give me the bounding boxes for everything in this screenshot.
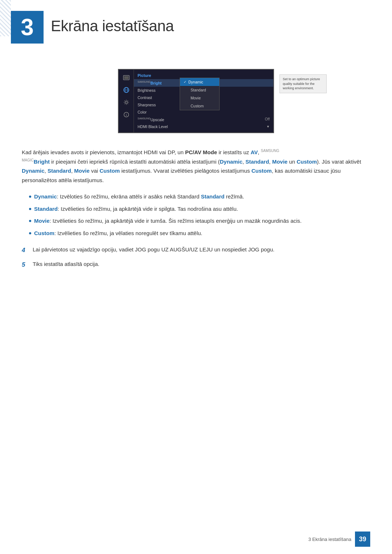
bullet-item-dynamic: Dynamic: Izvēloties šo režīmu, ekrāna at… bbox=[29, 192, 370, 201]
chapter-number: 3 bbox=[21, 16, 34, 39]
page-footer: 3 Ekrāna iestatīšana 39 bbox=[308, 532, 370, 547]
menu-item-hdmi-black-level: HDMI Black Level ▼ bbox=[134, 123, 273, 130]
picture-icon bbox=[121, 73, 131, 83]
menu-item-magicupscale-label: SAMSUNGUpscale bbox=[138, 117, 164, 122]
magic-bright-text: Bright bbox=[34, 159, 50, 165]
standard-bullet-ref: Standard bbox=[201, 193, 224, 200]
page-number-box: 39 bbox=[355, 532, 370, 547]
av-text: AV bbox=[251, 149, 258, 155]
bullet-dot-custom bbox=[29, 232, 31, 234]
header-decoration bbox=[0, 0, 11, 36]
dropdown-item-custom: Custom bbox=[180, 102, 219, 110]
tooltip-text: Set to an optimum picture quality suitab… bbox=[283, 77, 320, 90]
bullet-item-standard: Standard: Izvēlieties šo režīmu, ja apkā… bbox=[29, 204, 370, 214]
menu-item-contrast-label: Contrast bbox=[138, 95, 152, 100]
step-number-5: 5 bbox=[22, 260, 29, 270]
chapter-number-box: 3 bbox=[11, 11, 44, 44]
monitor-mockup-container: i Picture SAMSUNGBright Brightness bbox=[22, 69, 370, 133]
menu-item-scroll-indicator: ▼ bbox=[266, 125, 270, 128]
dynamic-bullet-keyword: Dynamic bbox=[34, 193, 57, 200]
movie-inline2: Movie bbox=[74, 168, 90, 174]
bullet-text-dynamic: Dynamic: Izvēloties šo režīmu, ekrāna at… bbox=[34, 192, 370, 201]
monitor-ui: i Picture SAMSUNGBright Brightness bbox=[118, 69, 274, 133]
menu-item-magicbright-label: SAMSUNGBright bbox=[138, 81, 162, 85]
dynamic-inline2: Dynamic bbox=[22, 168, 45, 174]
bullet-list: Dynamic: Izvēloties šo režīmu, ekrāna at… bbox=[29, 192, 370, 238]
bullet-text-custom: Custom: Izvēlieties šo režīmu, ja vēlati… bbox=[34, 229, 370, 238]
standard-bullet-keyword: Standard bbox=[34, 206, 58, 212]
bullet-dot-movie bbox=[29, 220, 31, 222]
dynamic-inline: Dynamic bbox=[220, 159, 242, 165]
menu-item-magicupscale-value: Off bbox=[265, 117, 270, 121]
step-number-4: 4 bbox=[22, 245, 29, 256]
monitor-tooltip: Set to an optimum picture quality suitab… bbox=[279, 74, 327, 93]
menu-item-brightness-label: Brightness bbox=[138, 88, 156, 93]
dropdown-custom-label: Custom bbox=[191, 104, 204, 108]
body-paragraph-1: Kad ārējais ievades avots ir pievienots,… bbox=[22, 148, 370, 185]
svg-rect-1 bbox=[124, 76, 128, 79]
bullet-dot-standard bbox=[29, 208, 31, 210]
gear-icon bbox=[121, 97, 131, 107]
step-5: 5 Tiks iestatīta atlasītā opcija. bbox=[22, 259, 370, 270]
pc-av-mode-text: PC/AV Mode bbox=[185, 149, 217, 155]
svg-point-5 bbox=[125, 101, 127, 103]
step-4-text: Lai pārvietotos uz vajadzīgo opciju, vad… bbox=[33, 245, 274, 254]
dropdown-item-dynamic: ✓ Dynamic bbox=[180, 78, 219, 86]
info-icon: i bbox=[121, 110, 131, 120]
dropdown-item-movie: Movie bbox=[180, 94, 219, 102]
bullet-text-standard: Standard: Izvēlieties šo režīmu, ja apkā… bbox=[34, 204, 370, 214]
header-section: 3 Ekrāna iestatīšana bbox=[0, 0, 392, 51]
menu-item-hdmi-black-level-label: HDMI Black Level bbox=[138, 124, 168, 129]
custom-inline3: Custom bbox=[252, 168, 272, 174]
chapter-title: Ekrāna iestatīšana bbox=[51, 11, 174, 35]
standard-inline2: Standard bbox=[48, 168, 71, 174]
dropdown-movie-label: Movie bbox=[191, 96, 201, 100]
menu-item-color-label: Color bbox=[138, 110, 147, 114]
dropdown-standard-label: Standard bbox=[191, 88, 206, 92]
menu-item-sharpness-label: Sharpness bbox=[138, 103, 156, 107]
checkmark-icon: ✓ bbox=[184, 80, 187, 84]
network-icon bbox=[121, 85, 131, 95]
dropdown-item-standard: Standard bbox=[180, 86, 219, 94]
page-number: 39 bbox=[359, 535, 366, 543]
main-content: i Picture SAMSUNGBright Brightness bbox=[0, 51, 392, 288]
custom-inline: Custom bbox=[297, 159, 317, 165]
standard-inline: Standard bbox=[245, 159, 269, 165]
monitor-dropdown: ✓ Dynamic Standard Movie Custom bbox=[180, 78, 220, 110]
movie-inline: Movie bbox=[272, 159, 288, 165]
custom-bullet-keyword: Custom bbox=[34, 230, 54, 236]
movie-bullet-keyword: Movie bbox=[34, 218, 50, 224]
bullet-text-movie: Movie: Izvēlieties šo režīmu, ja apkārtē… bbox=[34, 216, 370, 226]
bullet-item-movie: Movie: Izvēlieties šo režīmu, ja apkārtē… bbox=[29, 216, 370, 226]
menu-item-magicupscale: SAMSUNGUpscale Off bbox=[134, 116, 273, 123]
monitor-sidebar: i bbox=[119, 70, 134, 132]
svg-text:i: i bbox=[126, 113, 127, 117]
bullet-item-custom: Custom: Izvēlieties šo režīmu, ja vēlati… bbox=[29, 229, 370, 238]
dropdown-dynamic-label: Dynamic bbox=[188, 80, 203, 84]
bullet-dot-dynamic bbox=[29, 196, 31, 198]
step-5-text: Tiks iestatīta atlasītā opcija. bbox=[33, 259, 99, 269]
custom-inline2: Custom bbox=[99, 168, 120, 174]
footer-chapter-label: 3 Ekrāna iestatīšana bbox=[308, 537, 351, 542]
step-4: 4 Lai pārvietotos uz vajadzīgo opciju, v… bbox=[22, 245, 370, 256]
